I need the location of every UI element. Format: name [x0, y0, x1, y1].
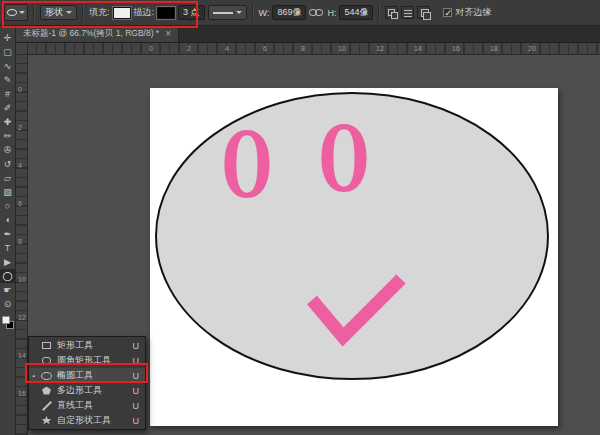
gradient-tool[interactable]: ▧ — [0, 185, 15, 199]
document-canvas[interactable]: O O — [150, 88, 558, 426]
vertical-ruler[interactable]: 0 2 4 6 8 10 12 14 16 — [16, 55, 28, 435]
ruler-mark: 16 — [18, 390, 26, 397]
height-label: H: — [327, 8, 336, 18]
right-eye-letter: O — [319, 106, 369, 212]
stroke-label: 描边: — [134, 6, 155, 19]
path-arrangement-button[interactable] — [417, 6, 430, 19]
eraser-tool-icon: ▱ — [4, 173, 11, 183]
pen-tool-icon: ✒ — [4, 229, 12, 239]
foreground-color-swatch[interactable] — [2, 316, 10, 324]
dodge-tool-icon: ◖ — [5, 215, 10, 225]
blur-tool-icon: ○ — [5, 201, 10, 211]
color-swatches — [0, 315, 16, 332]
shape-tool-flyout-menu: 矩形工具 U 圆角矩形工具 U ▪ 椭圆工具 U 多边形工具 U 直线工具 U — [28, 336, 146, 430]
shape-height-field[interactable]: 544像 — [339, 5, 373, 20]
ruler-mark: 20 — [528, 45, 536, 52]
tool-mode-dropdown[interactable]: 形状 — [40, 5, 77, 20]
ruler-mark: 4 — [225, 45, 229, 52]
menu-item-line-tool[interactable]: 直线工具 U — [29, 398, 145, 413]
menu-item-custom-shape-tool[interactable]: 自定形状工具 U — [29, 413, 145, 428]
left-eye-letter: O — [222, 112, 272, 218]
ruler-mark: 18 — [490, 45, 498, 52]
move-tool[interactable]: ✛ — [0, 31, 15, 45]
healing-brush-tool-icon: ✚ — [4, 117, 12, 127]
tools-panel: ✛ ▢ ∿ ✎ # ✐ ✚ ✏ ✇ ↺ ▱ ▧ ○ ◖ ✒ T ▶ ◯ ☛ ⊙ — [0, 26, 16, 435]
separator — [33, 4, 35, 22]
separator — [252, 4, 254, 22]
shape-height-value: 544像 — [344, 6, 368, 19]
shape-tool[interactable]: ◯ — [0, 269, 15, 283]
eraser-tool[interactable]: ▱ — [0, 171, 15, 185]
ruler-mark: 2 — [187, 45, 191, 52]
link-dimensions-icon[interactable] — [309, 7, 324, 18]
selected-tool-marker: ▪ — [31, 373, 36, 379]
align-edges-checkbox[interactable]: ✓ — [443, 8, 452, 17]
ruler-mark: 12 — [18, 314, 26, 321]
blur-tool[interactable]: ○ — [0, 199, 15, 213]
ruler-mark: 0 — [18, 86, 22, 93]
pen-tool[interactable]: ✒ — [0, 227, 15, 241]
ellipse-tool-icon — [7, 9, 17, 16]
lasso-tool[interactable]: ∿ — [0, 59, 15, 73]
document-tab[interactable]: 未标题-1 @ 66.7%(拷贝 1, RGB/8) * × — [16, 26, 179, 42]
width-label: W: — [259, 8, 270, 18]
quick-selection-tool[interactable]: ✎ — [0, 73, 15, 87]
document-tab-bar: 未标题-1 @ 66.7%(拷贝 1, RGB/8) * × — [16, 26, 600, 43]
stroke-type-dropdown[interactable] — [208, 5, 247, 20]
align-edges-label: 对齐边缘 — [455, 6, 491, 19]
custom-shape-icon — [40, 416, 53, 425]
lasso-tool-icon: ∿ — [4, 61, 12, 71]
smiley-drawing: O O — [150, 88, 558, 426]
separator — [82, 4, 84, 22]
ellipse-icon — [40, 372, 53, 380]
ruler-corner — [16, 43, 28, 55]
menu-item-ellipse-tool[interactable]: ▪ 椭圆工具 U — [29, 368, 145, 383]
type-tool-icon: T — [5, 243, 11, 253]
ruler-mark: 12 — [376, 45, 384, 52]
horizontal-ruler[interactable]: 0 2 4 6 8 10 12 14 16 18 20 — [28, 43, 600, 55]
fill-color-swatch[interactable] — [113, 7, 131, 19]
ruler-mark: 10 — [18, 276, 26, 283]
ruler-mark: 6 — [18, 200, 22, 207]
dodge-tool[interactable]: ◖ — [0, 213, 15, 227]
options-bar: 形状 填充: 描边: 3 点 W: 869像 H: 544像 ✓ 对齐边缘 — [0, 0, 600, 26]
gradient-tool-icon: ▧ — [3, 187, 12, 197]
menu-item-rounded-rectangle-tool[interactable]: 圆角矩形工具 U — [29, 353, 145, 368]
tool-preset-picker[interactable] — [4, 4, 28, 21]
marquee-tool[interactable]: ▢ — [0, 45, 15, 59]
history-brush-tool[interactable]: ↺ — [0, 157, 15, 171]
zoom-tool[interactable]: ⊙ — [0, 297, 15, 311]
eyedropper-tool-icon: ✐ — [4, 103, 12, 113]
rounded-rectangle-icon — [40, 357, 53, 364]
shape-width-field[interactable]: 869像 — [272, 5, 306, 20]
hand-tool-icon: ☛ — [3, 285, 11, 295]
healing-brush-tool[interactable]: ✚ — [0, 115, 15, 129]
path-operations-button[interactable] — [385, 6, 398, 19]
crop-tool[interactable]: # — [0, 87, 15, 101]
hand-tool[interactable]: ☛ — [0, 283, 15, 297]
fill-label: 填充: — [89, 6, 110, 19]
clone-stamp-tool[interactable]: ✇ — [0, 143, 15, 157]
polygon-icon — [40, 387, 53, 395]
chevron-down-icon — [66, 11, 72, 14]
brush-tool[interactable]: ✏ — [0, 129, 15, 143]
close-icon[interactable]: × — [165, 29, 171, 39]
eyedropper-tool[interactable]: ✐ — [0, 101, 15, 115]
document-tab-title: 未标题-1 @ 66.7%(拷贝 1, RGB/8) * — [23, 28, 159, 40]
ruler-mark: 16 — [452, 45, 460, 52]
type-tool[interactable]: T — [0, 241, 15, 255]
chevron-down-icon — [236, 11, 242, 14]
align-edges-option: ✓ 对齐边缘 — [443, 6, 491, 19]
menu-item-polygon-tool[interactable]: 多边形工具 U — [29, 383, 145, 398]
history-brush-tool-icon: ↺ — [4, 159, 12, 169]
stroke-width-value: 3 点 — [183, 6, 200, 19]
ruler-mark: 0 — [149, 45, 153, 52]
ruler-mark: 14 — [414, 45, 422, 52]
ruler-mark: 6 — [263, 45, 267, 52]
menu-item-rectangle-tool[interactable]: 矩形工具 U — [29, 338, 145, 353]
rectangle-icon — [40, 342, 53, 349]
stroke-color-swatch[interactable] — [157, 7, 175, 19]
path-alignment-button[interactable] — [401, 6, 414, 19]
stroke-width-field[interactable]: 3 点 — [178, 5, 205, 20]
path-selection-tool[interactable]: ▶ — [0, 255, 15, 269]
